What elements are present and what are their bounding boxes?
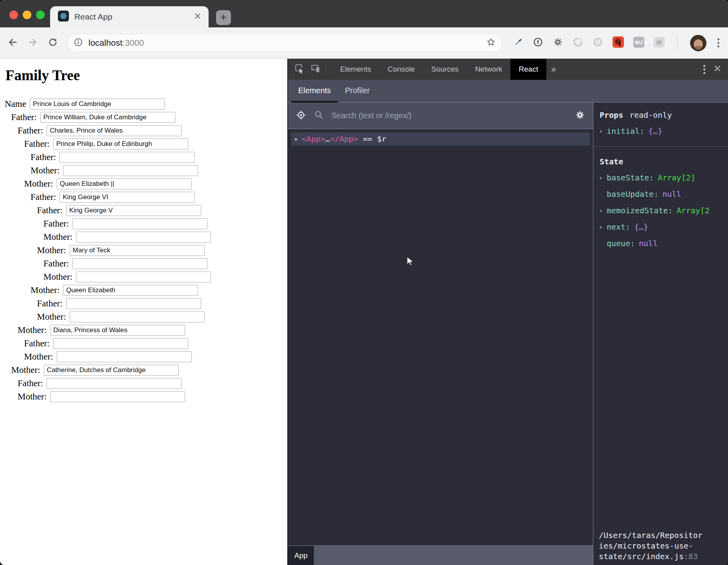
person-input[interactable]: [57, 178, 192, 189]
devtools-tab-react[interactable]: React: [510, 59, 546, 80]
page-title: Family Tree: [5, 67, 287, 84]
new-tab-button[interactable]: +: [216, 10, 231, 25]
close-window-button[interactable]: [9, 11, 18, 19]
family-row: Mother:: [0, 351, 287, 362]
ellipsis: …: [325, 134, 330, 144]
field-label: Father:: [31, 152, 56, 162]
field-label: Father:: [24, 338, 50, 349]
person-input[interactable]: [59, 192, 195, 203]
forward-icon[interactable]: [27, 37, 38, 49]
eyedropper-icon[interactable]: [513, 37, 523, 49]
inspect-element-icon[interactable]: [294, 63, 305, 76]
person-input[interactable]: [72, 218, 207, 229]
person-input[interactable]: [63, 285, 198, 296]
person-input[interactable]: [53, 338, 188, 349]
family-row: Father:: [0, 258, 287, 269]
field-label: Mother:: [37, 245, 66, 256]
password-manager-icon[interactable]: [533, 37, 543, 49]
settings-gear-icon[interactable]: [575, 110, 585, 122]
devtools-panel: ElementsConsoleSourcesNetworkReact » Ele…: [287, 59, 728, 565]
minimize-window-button[interactable]: [23, 11, 31, 19]
field-label: Mother:: [11, 365, 40, 375]
person-input[interactable]: [40, 112, 175, 123]
props-title: Props: [600, 110, 623, 120]
browser-menu-icon[interactable]: [716, 37, 721, 49]
family-row: Father:: [0, 338, 287, 349]
device-toolbar-icon[interactable]: [311, 63, 321, 75]
person-input[interactable]: [72, 258, 207, 269]
expander-icon[interactable]: ▶: [596, 129, 607, 134]
reload-icon[interactable]: [48, 37, 58, 49]
select-element-target-icon[interactable]: [296, 110, 306, 122]
url-text[interactable]: localhost:3000: [88, 38, 481, 48]
kv-row[interactable]: ▶baseState:Array[2]: [596, 169, 728, 186]
zoom-window-button[interactable]: [36, 11, 45, 19]
react-favicon-icon: [58, 11, 69, 23]
devtools-separator: [326, 64, 326, 75]
field-label: Father:: [24, 139, 50, 149]
devtools-close-icon[interactable]: [714, 65, 721, 74]
react-tree-pane: ▶<App>…</App>== $r App: [288, 103, 593, 565]
bookmark-star-icon[interactable]: [486, 37, 496, 49]
source-location: /Users/taras/Repositories/microstates-us…: [593, 530, 703, 565]
devtools-tab-elements[interactable]: Elements: [332, 59, 379, 80]
person-input[interactable]: [66, 298, 201, 309]
field-label: Father:: [43, 259, 69, 269]
swirl-extension-icon[interactable]: [573, 37, 583, 49]
browser-tab[interactable]: React App: [50, 6, 209, 27]
person-input[interactable]: [63, 165, 198, 176]
family-form: NameFather:Father:Father:Father:Mother:M…: [0, 99, 287, 402]
breadcrumb-bar: App: [288, 545, 593, 565]
react-subtab-elements[interactable]: Elements: [291, 79, 338, 102]
back-icon[interactable]: [7, 37, 18, 49]
kv-row[interactable]: ▶initial:{…}: [596, 123, 728, 139]
field-label: Father:: [18, 126, 43, 136]
person-input[interactable]: [53, 139, 188, 149]
profile-avatar[interactable]: [690, 35, 706, 51]
family-row: Mother:: [0, 325, 287, 336]
person-input[interactable]: [30, 99, 165, 110]
u-extension-icon[interactable]: U: [593, 37, 603, 49]
family-row: Mother:: [0, 272, 287, 282]
site-info-icon[interactable]: [74, 38, 83, 49]
person-input[interactable]: [47, 378, 182, 389]
expander-icon[interactable]: ▶: [596, 175, 607, 180]
person-input[interactable]: [50, 391, 185, 402]
more-tabs-chevron[interactable]: »: [546, 64, 561, 75]
family-row: Mother:: [0, 311, 287, 322]
devtools-tab-sources[interactable]: Sources: [423, 59, 467, 80]
person-input[interactable]: [44, 365, 179, 376]
react-subtab-profiler[interactable]: Profiler: [338, 79, 377, 102]
person-input[interactable]: [70, 245, 205, 256]
person-input[interactable]: [76, 272, 211, 282]
expander-icon[interactable]: ▶: [596, 208, 607, 213]
wj-extension-icon[interactable]: WJ: [633, 37, 644, 49]
expander-icon[interactable]: ▶: [295, 137, 298, 142]
devtools-tab-network[interactable]: Network: [467, 59, 511, 80]
kv-row[interactable]: ▶memoizedState:Array[2: [596, 202, 728, 219]
tab-close-icon[interactable]: [195, 13, 201, 21]
family-row: Mother:: [0, 391, 287, 402]
field-label: Mother:: [18, 392, 47, 402]
react-devtools-extension-icon[interactable]: [613, 36, 624, 49]
kv-row[interactable]: ▶next:{…}: [596, 219, 728, 235]
svg-text:U: U: [596, 39, 600, 45]
person-input[interactable]: [66, 205, 201, 216]
person-input[interactable]: [59, 152, 195, 163]
source-line: :83: [684, 552, 698, 561]
devtools-menu-icon[interactable]: [702, 63, 707, 76]
gear-extension-icon[interactable]: [553, 37, 563, 49]
react-search-input[interactable]: [332, 111, 567, 120]
ember-extension-icon[interactable]: [654, 37, 665, 49]
person-input[interactable]: [47, 125, 182, 136]
kv-row: baseUpdate:null: [596, 186, 728, 202]
person-input[interactable]: [76, 232, 211, 243]
breadcrumb-app[interactable]: App: [288, 546, 314, 565]
url-bar[interactable]: localhost:3000: [67, 34, 502, 52]
tree-row-app[interactable]: ▶<App>…</App>== $r: [291, 132, 590, 146]
person-input[interactable]: [57, 351, 192, 362]
devtools-tab-console[interactable]: Console: [379, 59, 423, 80]
person-input[interactable]: [70, 311, 205, 322]
expander-icon[interactable]: ▶: [596, 225, 607, 230]
person-input[interactable]: [50, 325, 185, 336]
